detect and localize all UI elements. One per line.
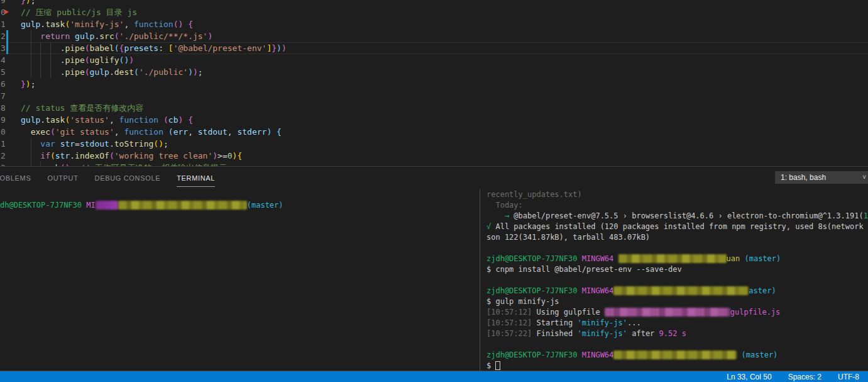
status-item-spaces[interactable]: Spaces: 2	[788, 373, 821, 381]
code-editor[interactable]: 9});0// 压缩 public/js 目录 js1gulp.task('mi…	[0, 0, 868, 166]
code-line[interactable]: 1gulp.task('minify-js', function() {	[0, 18, 868, 30]
code-token: exec	[31, 127, 50, 137]
code-token: ;	[198, 67, 203, 77]
code-line[interactable]: 6});	[0, 78, 868, 90]
code-token: '@babel/preset-env'	[173, 43, 267, 53]
code-line[interactable]: 9gulp.task('status', function (cb) {	[0, 114, 868, 126]
terminal-selector-dropdown[interactable]: 1: bash, bash ˅	[775, 171, 868, 184]
terminal-token: (master)	[247, 201, 283, 210]
terminal-token: (master)	[742, 351, 778, 359]
bottom-panel: PROBLEMSOUTPUTDEBUG CONSOLETERMINAL 1: b…	[0, 166, 868, 371]
status-item-ln[interactable]: Ln 33, Col 50	[727, 373, 771, 381]
code-token: (	[85, 67, 90, 77]
line-number[interactable]: 1	[1, 18, 7, 30]
terminal-token: All packages installed (120 packages ins…	[491, 222, 868, 231]
line-number[interactable]: 0	[1, 126, 7, 138]
code-token: 'status'	[70, 115, 109, 125]
code-token: (	[50, 151, 55, 160]
terminal-token: [10:57:12]	[486, 318, 532, 327]
line-number[interactable]: 5	[1, 66, 7, 78]
code-line[interactable]: 3 .pipe(babel({presets: ['@babel/preset-…	[0, 42, 868, 54]
terminal-line: $ cnpm install @babel/preset-env --save-…	[486, 264, 868, 275]
code-token: pipe	[65, 43, 84, 53]
code-token: src	[99, 31, 114, 41]
redacted-path	[613, 286, 749, 295]
line-number[interactable]: 1	[1, 138, 7, 150]
terminal-pane-left[interactable]: dh@DESKTOP-7J7NF30 MI(master)	[0, 189, 480, 371]
indent-guide	[31, 162, 31, 166]
terminal-line: dh@DESKTOP-7J7NF30 MI(master)	[0, 200, 480, 211]
indent-guide	[50, 54, 51, 66]
code-token: indexOf	[75, 151, 109, 160]
code-line[interactable]: 1 var str=stdout.toString();	[0, 138, 868, 150]
code-token: (	[85, 55, 90, 65]
terminal-token: @babel/preset-env@7.5.5 › browserslist@4…	[509, 211, 864, 220]
line-number[interactable]: 9	[1, 114, 7, 126]
terminal-token: gulpfile.js	[730, 308, 780, 317]
code-token	[183, 115, 188, 125]
panel-tab-bar: PROBLEMSOUTPUTDEBUG CONSOLETERMINAL 1: b…	[0, 167, 868, 189]
tab-problems[interactable]: PROBLEMS	[0, 174, 31, 182]
terminal-token: Finished	[532, 329, 577, 338]
tab-terminal[interactable]: TERMINAL	[177, 174, 215, 182]
code-text: gulp.task('status', function (cb) {	[21, 114, 193, 126]
code-text: .pipe(uglify())	[21, 54, 134, 66]
code-text: exec('git status', function (err, stdout…	[21, 126, 282, 138]
code-text: .pipe(babel({presets: ['@babel/preset-en…	[21, 42, 287, 54]
redacted-path	[96, 201, 118, 210]
code-line[interactable]: 2 if(str.indexOf('working tree clean')>=…	[0, 150, 868, 162]
code-token: )	[129, 55, 134, 65]
code-token	[21, 127, 31, 137]
line-number[interactable]: 8	[1, 102, 7, 114]
terminal-token: 9.52 s	[659, 329, 686, 338]
terminal-line: Today:	[486, 200, 868, 211]
line-number[interactable]: 4	[1, 54, 7, 66]
terminal-token: recently_updates.txt)	[486, 190, 582, 199]
code-token: ,	[188, 127, 198, 137]
terminal-token: $ gulp minify-js	[486, 297, 559, 306]
terminal-token: MINGW64	[582, 286, 614, 295]
git-modified-indicator	[6, 42, 8, 54]
tab-output[interactable]: OUTPUT	[47, 174, 78, 182]
code-text: cb(); // 工作区是干净的, 相关输出信息提示	[21, 162, 227, 166]
code-token: uglify	[90, 55, 119, 65]
terminal-token: [10:57:12]	[486, 308, 532, 317]
code-text: });	[21, 0, 35, 6]
code-line[interactable]: 4 .pipe(uglify())	[0, 54, 868, 66]
chevron-down-icon: ˅	[862, 171, 866, 184]
terminal-pane-right[interactable]: recently_updates.txt) Today: → @babel/pr…	[480, 189, 868, 371]
code-line[interactable]: 8// status 查看是否有修改内容	[0, 102, 868, 114]
line-number[interactable]: 6	[1, 78, 7, 90]
code-line[interactable]: 5 .pipe(gulp.dest('./public'));	[0, 66, 868, 78]
tab-debug-console[interactable]: DEBUG CONSOLE	[95, 174, 161, 182]
code-token: .	[109, 139, 114, 149]
code-token: =	[75, 139, 80, 149]
code-token: .	[70, 151, 75, 160]
code-token: // 压缩 public/js 目录 js	[21, 8, 137, 17]
code-line[interactable]: 0 exec('git status', function (err, stdo…	[0, 126, 868, 138]
code-token: cb	[168, 115, 179, 125]
code-token: }	[272, 43, 277, 53]
terminal-line: [10:57:12] Using gulpfile gulpfile.js	[486, 307, 868, 318]
code-line[interactable]: 9});	[0, 0, 868, 6]
line-number[interactable]: 2	[1, 150, 7, 162]
indent-guide	[31, 66, 31, 78]
indent-guide	[40, 66, 41, 78]
terminal-line: zjdh@DESKTOP-7J7NF30 MINGW64 (master)	[486, 350, 868, 361]
line-number[interactable]: 3	[1, 162, 7, 166]
code-token: (	[50, 127, 55, 137]
code-line[interactable]: 3 cb(); // 工作区是干净的, 相关输出信息提示	[0, 162, 868, 166]
code-token: ;	[163, 139, 168, 149]
code-token	[158, 115, 163, 125]
code-token: stdout	[198, 127, 228, 137]
code-line[interactable]: 0// 压缩 public/js 目录 js	[0, 6, 868, 18]
code-token: ,	[109, 115, 119, 125]
line-number[interactable]: 7	[1, 90, 7, 102]
code-line[interactable]: 2 return gulp.src('./public/**/*.js')	[0, 30, 868, 42]
code-line[interactable]: 7	[0, 90, 868, 102]
terminal-line: zjdh@DESKTOP-7J7NF30 MINGW64aster)	[486, 286, 868, 296]
line-number[interactable]: 9	[1, 0, 7, 6]
code-token: gulp	[75, 31, 94, 41]
status-item-utf-8[interactable]: UTF-8	[838, 373, 859, 381]
code-token: toString	[114, 139, 154, 149]
